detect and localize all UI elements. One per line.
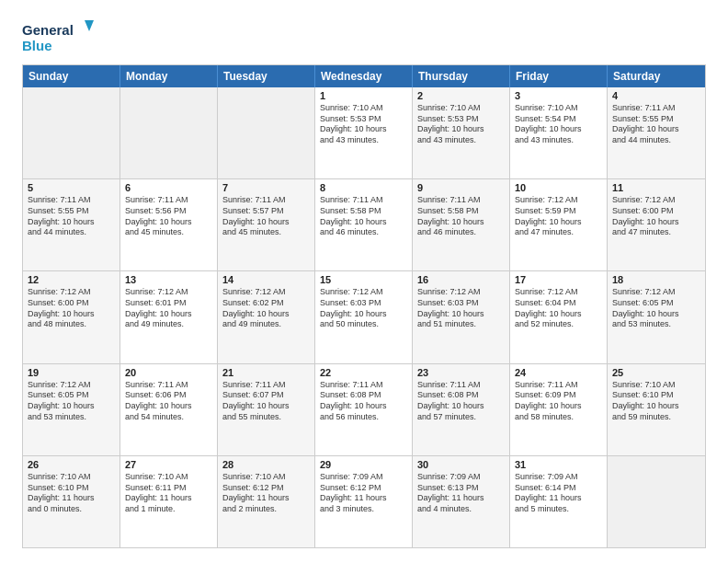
day-number: 27 <box>125 459 212 470</box>
calendar-cell: 1Sunrise: 7:10 AM Sunset: 5:53 PM Daylig… <box>315 87 413 178</box>
day-info: Sunrise: 7:11 AM Sunset: 6:08 PM Dayligh… <box>320 380 407 423</box>
day-info: Sunrise: 7:11 AM Sunset: 6:07 PM Dayligh… <box>222 380 310 423</box>
day-info: Sunrise: 7:10 AM Sunset: 6:12 PM Dayligh… <box>222 472 310 515</box>
day-number: 18 <box>612 274 700 285</box>
calendar-cell: 2Sunrise: 7:10 AM Sunset: 5:53 PM Daylig… <box>413 87 510 178</box>
day-info: Sunrise: 7:12 AM Sunset: 6:03 PM Dayligh… <box>320 287 407 330</box>
day-number: 15 <box>320 274 407 285</box>
day-info: Sunrise: 7:11 AM Sunset: 5:58 PM Dayligh… <box>320 195 407 238</box>
day-info: Sunrise: 7:11 AM Sunset: 5:58 PM Dayligh… <box>417 195 505 238</box>
day-number: 11 <box>612 182 700 193</box>
calendar-header: SundayMondayTuesdayWednesdayThursdayFrid… <box>23 65 705 87</box>
weekday-header: Wednesday <box>315 65 413 87</box>
day-number: 7 <box>222 182 310 193</box>
day-info: Sunrise: 7:09 AM Sunset: 6:14 PM Dayligh… <box>515 472 602 515</box>
weekday-header: Saturday <box>608 65 705 87</box>
calendar-cell: 19Sunrise: 7:12 AM Sunset: 6:05 PM Dayli… <box>23 364 120 455</box>
page: General Blue SundayMondayTuesdayWednesda… <box>0 0 728 563</box>
weekday-header: Sunday <box>23 65 120 87</box>
calendar-cell <box>608 456 705 547</box>
day-number: 3 <box>515 90 602 101</box>
svg-marker-2 <box>85 20 94 31</box>
day-number: 23 <box>417 367 505 378</box>
weekday-header: Monday <box>120 65 218 87</box>
day-info: Sunrise: 7:11 AM Sunset: 6:08 PM Dayligh… <box>417 380 505 423</box>
calendar-cell: 24Sunrise: 7:11 AM Sunset: 6:09 PM Dayli… <box>510 364 608 455</box>
logo-svg: General Blue <box>22 18 96 55</box>
svg-text:Blue: Blue <box>22 38 52 53</box>
day-number: 20 <box>125 367 212 378</box>
day-number: 8 <box>320 182 407 193</box>
day-number: 14 <box>222 274 310 285</box>
calendar-cell: 23Sunrise: 7:11 AM Sunset: 6:08 PM Dayli… <box>413 364 510 455</box>
day-info: Sunrise: 7:10 AM Sunset: 6:10 PM Dayligh… <box>612 380 700 423</box>
calendar-body: 1Sunrise: 7:10 AM Sunset: 5:53 PM Daylig… <box>23 87 705 547</box>
day-info: Sunrise: 7:12 AM Sunset: 6:00 PM Dayligh… <box>28 287 115 330</box>
calendar-cell: 17Sunrise: 7:12 AM Sunset: 6:04 PM Dayli… <box>510 271 608 362</box>
day-info: Sunrise: 7:12 AM Sunset: 6:00 PM Dayligh… <box>612 195 700 238</box>
day-info: Sunrise: 7:12 AM Sunset: 6:05 PM Dayligh… <box>28 380 115 423</box>
calendar-cell: 30Sunrise: 7:09 AM Sunset: 6:13 PM Dayli… <box>413 456 510 547</box>
day-number: 10 <box>515 182 602 193</box>
day-number: 2 <box>417 90 505 101</box>
calendar-cell: 7Sunrise: 7:11 AM Sunset: 5:57 PM Daylig… <box>218 179 315 270</box>
day-info: Sunrise: 7:11 AM Sunset: 5:56 PM Dayligh… <box>125 195 212 238</box>
calendar-cell <box>23 87 120 178</box>
header: General Blue <box>22 18 706 55</box>
calendar-cell: 20Sunrise: 7:11 AM Sunset: 6:06 PM Dayli… <box>120 364 218 455</box>
calendar-cell: 29Sunrise: 7:09 AM Sunset: 6:12 PM Dayli… <box>315 456 413 547</box>
day-number: 21 <box>222 367 310 378</box>
day-info: Sunrise: 7:12 AM Sunset: 6:03 PM Dayligh… <box>417 287 505 330</box>
day-number: 19 <box>28 367 115 378</box>
calendar-cell: 11Sunrise: 7:12 AM Sunset: 6:00 PM Dayli… <box>608 179 705 270</box>
calendar-cell <box>120 87 218 178</box>
day-info: Sunrise: 7:10 AM Sunset: 6:11 PM Dayligh… <box>125 472 212 515</box>
calendar-cell: 28Sunrise: 7:10 AM Sunset: 6:12 PM Dayli… <box>218 456 315 547</box>
calendar-row: 19Sunrise: 7:12 AM Sunset: 6:05 PM Dayli… <box>23 364 705 456</box>
day-info: Sunrise: 7:11 AM Sunset: 5:55 PM Dayligh… <box>28 195 115 238</box>
calendar-cell: 3Sunrise: 7:10 AM Sunset: 5:54 PM Daylig… <box>510 87 608 178</box>
day-info: Sunrise: 7:12 AM Sunset: 6:05 PM Dayligh… <box>612 287 700 330</box>
calendar-cell: 9Sunrise: 7:11 AM Sunset: 5:58 PM Daylig… <box>413 179 510 270</box>
calendar-row: 1Sunrise: 7:10 AM Sunset: 5:53 PM Daylig… <box>23 87 705 179</box>
day-number: 28 <box>222 459 310 470</box>
calendar-cell: 26Sunrise: 7:10 AM Sunset: 6:10 PM Dayli… <box>23 456 120 547</box>
calendar-cell: 13Sunrise: 7:12 AM Sunset: 6:01 PM Dayli… <box>120 271 218 362</box>
calendar-cell: 14Sunrise: 7:12 AM Sunset: 6:02 PM Dayli… <box>218 271 315 362</box>
svg-text:General: General <box>22 22 74 38</box>
calendar-cell: 16Sunrise: 7:12 AM Sunset: 6:03 PM Dayli… <box>413 271 510 362</box>
calendar-cell: 8Sunrise: 7:11 AM Sunset: 5:58 PM Daylig… <box>315 179 413 270</box>
calendar-cell: 18Sunrise: 7:12 AM Sunset: 6:05 PM Dayli… <box>608 271 705 362</box>
calendar-cell <box>218 87 315 178</box>
day-number: 17 <box>515 274 602 285</box>
calendar-row: 12Sunrise: 7:12 AM Sunset: 6:00 PM Dayli… <box>23 271 705 363</box>
day-info: Sunrise: 7:11 AM Sunset: 6:06 PM Dayligh… <box>125 380 212 423</box>
calendar-cell: 4Sunrise: 7:11 AM Sunset: 5:55 PM Daylig… <box>608 87 705 178</box>
calendar-cell: 27Sunrise: 7:10 AM Sunset: 6:11 PM Dayli… <box>120 456 218 547</box>
day-info: Sunrise: 7:09 AM Sunset: 6:13 PM Dayligh… <box>417 472 505 515</box>
day-info: Sunrise: 7:11 AM Sunset: 5:57 PM Dayligh… <box>222 195 310 238</box>
day-info: Sunrise: 7:12 AM Sunset: 5:59 PM Dayligh… <box>515 195 602 238</box>
day-number: 4 <box>612 90 700 101</box>
calendar-cell: 22Sunrise: 7:11 AM Sunset: 6:08 PM Dayli… <box>315 364 413 455</box>
day-number: 1 <box>320 90 407 101</box>
calendar-cell: 6Sunrise: 7:11 AM Sunset: 5:56 PM Daylig… <box>120 179 218 270</box>
day-info: Sunrise: 7:11 AM Sunset: 6:09 PM Dayligh… <box>515 380 602 423</box>
day-info: Sunrise: 7:10 AM Sunset: 5:53 PM Dayligh… <box>320 103 407 146</box>
day-info: Sunrise: 7:10 AM Sunset: 5:53 PM Dayligh… <box>417 103 505 146</box>
day-number: 26 <box>28 459 115 470</box>
day-number: 29 <box>320 459 407 470</box>
day-info: Sunrise: 7:12 AM Sunset: 6:01 PM Dayligh… <box>125 287 212 330</box>
calendar: SundayMondayTuesdayWednesdayThursdayFrid… <box>22 64 706 548</box>
day-number: 13 <box>125 274 212 285</box>
day-number: 16 <box>417 274 505 285</box>
calendar-row: 5Sunrise: 7:11 AM Sunset: 5:55 PM Daylig… <box>23 179 705 271</box>
day-info: Sunrise: 7:12 AM Sunset: 6:02 PM Dayligh… <box>222 287 310 330</box>
day-number: 30 <box>417 459 505 470</box>
day-info: Sunrise: 7:11 AM Sunset: 5:55 PM Dayligh… <box>612 103 700 146</box>
calendar-row: 26Sunrise: 7:10 AM Sunset: 6:10 PM Dayli… <box>23 456 705 547</box>
day-number: 31 <box>515 459 602 470</box>
day-number: 25 <box>612 367 700 378</box>
day-number: 24 <box>515 367 602 378</box>
weekday-header: Friday <box>510 65 608 87</box>
